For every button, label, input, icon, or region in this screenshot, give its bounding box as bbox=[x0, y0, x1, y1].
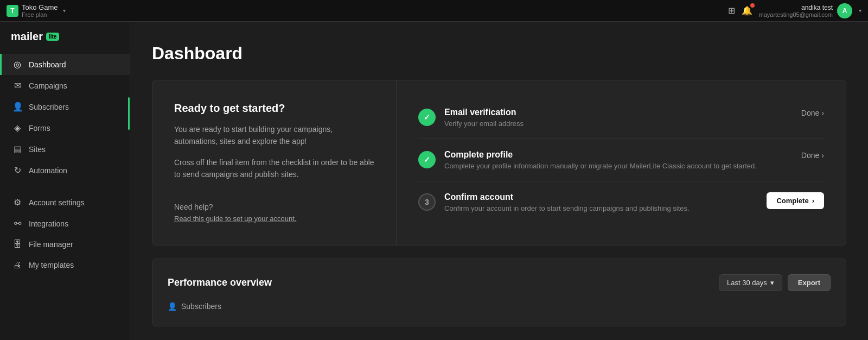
checklist-title: Confirm account bbox=[444, 192, 758, 202]
help-label: Need help? bbox=[174, 203, 374, 211]
checklist-content: Email verification Verify your email add… bbox=[444, 108, 793, 128]
sidebar-item-account-settings[interactable]: ⚙ Account settings bbox=[0, 192, 130, 213]
subscribers-label: Subscribers bbox=[181, 302, 221, 311]
layout: mailer lite ◎ Dashboard ✉ Campaigns 👤 Su… bbox=[0, 22, 868, 340]
card-right: ✓ Email verification Verify your email a… bbox=[397, 80, 846, 245]
card-desc2: Cross off the final item from the checkl… bbox=[174, 156, 374, 181]
account-settings-icon: ⚙ bbox=[12, 197, 22, 207]
card-title: Ready to get started? bbox=[174, 102, 374, 115]
card-desc1: You are ready to start building your cam… bbox=[174, 123, 374, 148]
check-circle-done: ✓ bbox=[418, 109, 436, 126]
page-title: Dashboard bbox=[152, 43, 846, 64]
chevron-right-icon: › bbox=[812, 197, 814, 205]
checklist-title: Complete profile bbox=[444, 150, 793, 160]
sidebar-item-my-templates[interactable]: 🖨 My templates bbox=[0, 255, 130, 275]
help-section: Need help? Read this guide to set up you… bbox=[174, 203, 374, 223]
checklist-action-done2[interactable]: Done › bbox=[801, 151, 824, 160]
user-info[interactable]: andika test mayartesting05@gmail.com A ▾ bbox=[759, 3, 862, 18]
sidebar-item-label: Forms bbox=[29, 124, 50, 133]
user-email: mayartesting05@gmail.com bbox=[759, 11, 833, 18]
sidebar-item-label: Sites bbox=[29, 145, 46, 154]
export-button[interactable]: Export bbox=[788, 274, 831, 291]
topbar-left: T Toko Game Free plan ▾ bbox=[7, 3, 66, 18]
forms-icon: ◈ bbox=[12, 123, 22, 133]
workspace-dropdown[interactable]: Toko Game Free plan bbox=[22, 3, 58, 18]
checklist-title: Email verification bbox=[444, 108, 793, 117]
complete-label: Complete bbox=[776, 197, 808, 205]
sidebar-item-forms[interactable]: ◈ Forms bbox=[0, 117, 130, 138]
checklist-item-email-verification: ✓ Email verification Verify your email a… bbox=[418, 97, 824, 139]
nav-spacer bbox=[0, 181, 130, 192]
workspace-name: Toko Game bbox=[22, 3, 58, 11]
done-label: Done bbox=[801, 151, 819, 160]
complete-button[interactable]: Complete › bbox=[767, 192, 824, 209]
checklist-desc: Complete your profile information manual… bbox=[444, 162, 793, 170]
automation-icon: ↻ bbox=[12, 165, 22, 175]
chevron-right-icon: › bbox=[821, 109, 824, 117]
subscribers-row: 👤 Subscribers bbox=[168, 302, 831, 311]
sidebar-item-label: Account settings bbox=[29, 198, 85, 207]
bell-wrapper[interactable]: 🔔 bbox=[742, 5, 752, 16]
logo-badge: lite bbox=[46, 33, 59, 41]
performance-overview-section: Performance overview Last 30 days ▾ Expo… bbox=[152, 259, 846, 326]
chevron-down-icon: ▾ bbox=[770, 279, 774, 287]
checklist-content: Complete profile Complete your profile i… bbox=[444, 150, 793, 170]
sidebar-item-label: Campaigns bbox=[29, 81, 67, 90]
sidebar-item-label: Integrations bbox=[29, 219, 68, 228]
dashboard-icon: ◎ bbox=[12, 59, 22, 70]
sidebar-item-label: Subscribers bbox=[29, 103, 69, 111]
checklist-desc: Verify your email address bbox=[444, 119, 793, 128]
sidebar-item-label: Automation bbox=[29, 166, 67, 175]
topbar-right: ⊞ 🔔 andika test mayartesting05@gmail.com… bbox=[728, 3, 862, 18]
check-circle-pending: 3 bbox=[418, 193, 436, 211]
workspace-chevron-icon[interactable]: ▾ bbox=[63, 8, 66, 14]
sidebar-item-dashboard[interactable]: ◎ Dashboard bbox=[0, 54, 130, 75]
topbar: T Toko Game Free plan ▾ ⊞ 🔔 andika test … bbox=[0, 0, 868, 22]
workspace-icon: T bbox=[7, 5, 18, 17]
checklist-content: Confirm account Confirm your account in … bbox=[444, 192, 758, 212]
user-chevron-icon[interactable]: ▾ bbox=[859, 8, 861, 14]
sidebar-item-integrations[interactable]: ⚯ Integrations bbox=[0, 213, 130, 234]
checklist-item-confirm-account: 3 Confirm account Confirm your account i… bbox=[418, 181, 824, 223]
logo-text: mailer bbox=[11, 30, 43, 43]
file-manager-icon: 🗄 bbox=[12, 240, 22, 249]
sidebar-item-sites[interactable]: ▤ Sites bbox=[0, 138, 130, 160]
perf-controls: Last 30 days ▾ Export bbox=[719, 274, 831, 291]
sidebar-item-subscribers[interactable]: 👤 Subscribers bbox=[0, 96, 130, 117]
check-circle-done: ✓ bbox=[418, 151, 436, 168]
card-left: Ready to get started? You are ready to s… bbox=[152, 80, 397, 245]
avatar: A bbox=[837, 3, 852, 18]
sidebar: mailer lite ◎ Dashboard ✉ Campaigns 👤 Su… bbox=[0, 22, 130, 340]
workspace-plan: Free plan bbox=[22, 11, 58, 18]
checklist-item-complete-profile: ✓ Complete profile Complete your profile… bbox=[418, 139, 824, 181]
integrations-icon: ⚯ bbox=[12, 218, 22, 229]
perf-title: Performance overview bbox=[168, 277, 272, 288]
main-content: Dashboard Ready to get started? You are … bbox=[130, 22, 868, 340]
sidebar-item-campaigns[interactable]: ✉ Campaigns bbox=[0, 75, 130, 96]
checklist-action-done1[interactable]: Done › bbox=[801, 109, 824, 117]
done-label: Done bbox=[801, 109, 819, 117]
sites-icon: ▤ bbox=[12, 144, 22, 154]
user-name: andika test bbox=[801, 4, 833, 11]
help-link[interactable]: Read this guide to set up your account. bbox=[174, 215, 296, 223]
my-templates-icon: 🖨 bbox=[12, 260, 22, 270]
bell-icon[interactable]: 🔔 bbox=[742, 6, 752, 15]
period-dropdown[interactable]: Last 30 days ▾ bbox=[719, 274, 782, 291]
checklist-desc: Confirm your account in order to start s… bbox=[444, 204, 758, 212]
sidebar-item-automation[interactable]: ↻ Automation bbox=[0, 160, 130, 181]
notification-badge bbox=[750, 3, 755, 8]
perf-header: Performance overview Last 30 days ▾ Expo… bbox=[168, 274, 831, 291]
grid-icon[interactable]: ⊞ bbox=[728, 5, 735, 16]
sidebar-item-label: My templates bbox=[29, 261, 74, 269]
sidebar-item-label: File manager bbox=[29, 240, 73, 249]
sidebar-item-file-manager[interactable]: 🗄 File manager bbox=[0, 234, 130, 255]
chevron-right-icon: › bbox=[821, 151, 824, 160]
getting-started-card: Ready to get started? You are ready to s… bbox=[152, 80, 846, 245]
sidebar-item-label: Dashboard bbox=[29, 60, 66, 69]
campaigns-icon: ✉ bbox=[12, 80, 22, 91]
subscribers-person-icon: 👤 bbox=[168, 302, 177, 311]
subscribers-icon: 👤 bbox=[12, 102, 22, 112]
logo: mailer lite bbox=[0, 30, 130, 54]
period-label: Last 30 days bbox=[727, 279, 767, 287]
